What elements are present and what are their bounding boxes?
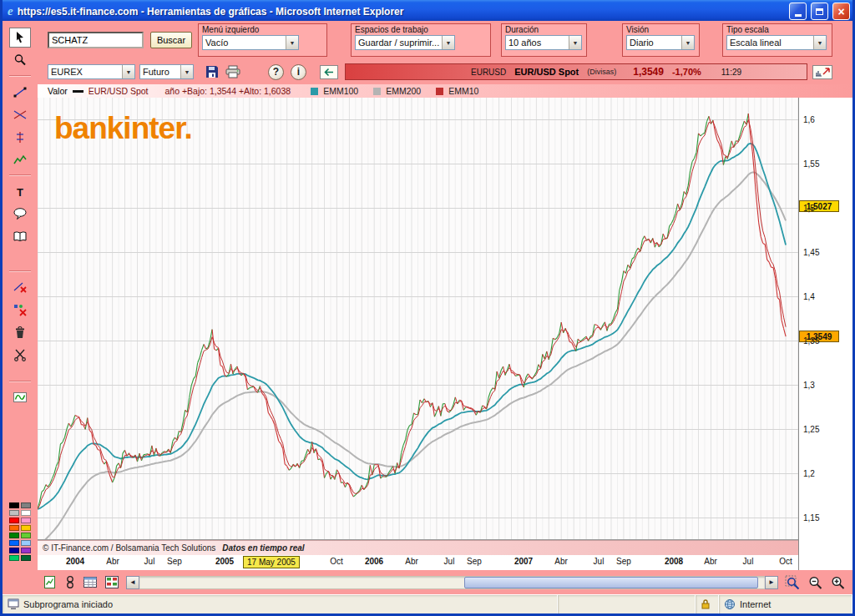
quote-time: 11:29 xyxy=(721,68,741,77)
workspaces-panel: Espacios de trabajo Guardar / suprimir..… xyxy=(351,23,491,57)
zoom-tool[interactable] xyxy=(9,50,31,70)
palette-swatch[interactable] xyxy=(21,518,31,523)
palette-swatch[interactable] xyxy=(9,502,19,508)
delete-objects-tool[interactable] xyxy=(9,300,31,320)
palette-swatch[interactable] xyxy=(9,510,19,516)
save-button[interactable] xyxy=(205,65,219,78)
indicator-tool[interactable] xyxy=(9,387,31,407)
scale-select[interactable]: Escala lineal ▼ xyxy=(726,35,827,50)
dropdown-arrow-icon[interactable]: ▼ xyxy=(122,65,134,78)
chart-area: bankinter. © IT-Finance.com / Bolsamania… xyxy=(38,98,852,570)
y-axis[interactable]: 1,5027 1,3549 1,61,551,51,451,41,351,31,… xyxy=(798,98,852,570)
chart-plot[interactable]: bankinter. xyxy=(38,98,798,540)
palette-swatch[interactable] xyxy=(9,525,19,531)
close-icon: × xyxy=(837,6,844,18)
view-panel: Visión Diario ▼ xyxy=(622,23,700,57)
zigzag-tool[interactable] xyxy=(9,149,31,169)
data-table-button[interactable] xyxy=(83,575,98,589)
search-input[interactable] xyxy=(48,32,144,48)
window-title: https://es5.it-finance.com - Herramienta… xyxy=(18,6,785,18)
close-button[interactable]: × xyxy=(832,3,850,20)
palette-swatch[interactable] xyxy=(9,555,19,561)
zoom-select-button[interactable] xyxy=(785,575,801,590)
y-axis-label: 1,2 xyxy=(803,469,815,478)
print-button[interactable] xyxy=(225,65,241,78)
legend-series-name: EUR/USD Spot xyxy=(89,86,149,96)
text-tool[interactable]: T xyxy=(9,181,31,201)
toolbar-row-2: EUREX ▼ Futuro ▼ ? i EURUSD EUR/USD Spot… xyxy=(38,59,852,84)
palette-swatch[interactable] xyxy=(9,540,19,546)
scroll-thumb[interactable] xyxy=(464,577,758,588)
dropdown-arrow-icon[interactable]: ▼ xyxy=(681,36,694,49)
palette-swatch[interactable] xyxy=(21,540,31,546)
back-button[interactable] xyxy=(320,65,338,79)
scroll-track[interactable] xyxy=(139,576,765,589)
new-chart-button[interactable] xyxy=(43,575,58,589)
dropdown-arrow-icon[interactable]: ▼ xyxy=(813,36,826,49)
menu-left-select[interactable]: Vacío ▼ xyxy=(202,35,299,50)
legend-emm10: EMM10 xyxy=(448,86,478,96)
price-chart[interactable] xyxy=(38,98,798,540)
vertical-line-tool[interactable] xyxy=(9,127,31,147)
popout-button[interactable] xyxy=(812,65,832,79)
view-select[interactable]: Diario ▼ xyxy=(626,35,695,50)
quote-board-button[interactable] xyxy=(104,575,119,589)
pointer-tool[interactable] xyxy=(9,28,31,48)
new-chart-icon xyxy=(43,575,58,589)
cut-tool[interactable] xyxy=(9,345,31,365)
zoom-in-button[interactable] xyxy=(830,575,846,590)
zone-cell: Internet xyxy=(719,595,852,613)
title-bar[interactable]: e https://es5.it-finance.com - Herramien… xyxy=(3,0,852,21)
trendline-tool[interactable] xyxy=(9,82,31,102)
dropdown-arrow-icon[interactable]: ▼ xyxy=(286,36,298,49)
toolbar-separator xyxy=(9,75,31,77)
delete-trendlines-tool[interactable] xyxy=(9,277,31,297)
quote-change: -1,70% xyxy=(672,67,701,77)
cross-lines-tool[interactable] xyxy=(9,104,31,124)
x-axis-label: Abr xyxy=(704,557,717,566)
palette-swatch[interactable] xyxy=(9,548,19,553)
instrument-select[interactable]: Futuro ▼ xyxy=(139,64,194,79)
dropdown-arrow-icon[interactable]: ▼ xyxy=(569,36,581,49)
minimize-icon xyxy=(795,14,802,17)
info-button[interactable]: i xyxy=(291,64,306,80)
zoom-out-button[interactable] xyxy=(807,575,823,590)
quote-symbol: EURUSD xyxy=(471,68,506,77)
minimize-button[interactable] xyxy=(789,3,807,20)
palette-swatch[interactable] xyxy=(21,548,31,553)
market-select[interactable]: EUREX ▼ xyxy=(48,64,135,79)
link-charts-button[interactable] xyxy=(64,575,76,589)
palette-swatch[interactable] xyxy=(21,510,31,516)
notes-tool[interactable] xyxy=(9,226,31,246)
workspaces-select[interactable]: Guardar / suprimir... ▼ xyxy=(355,35,455,50)
palette-swatch[interactable] xyxy=(9,533,19,538)
horizontal-scrollbar[interactable]: ◄ ► xyxy=(126,576,778,589)
callout-tool[interactable] xyxy=(9,204,31,224)
legend-emm100: EMM100 xyxy=(323,86,358,96)
zigzag-icon xyxy=(13,154,28,166)
palette-swatch[interactable] xyxy=(9,518,19,523)
palette-swatch[interactable] xyxy=(21,525,31,531)
x-axis-label: 2006 xyxy=(365,557,383,566)
help-button[interactable]: ? xyxy=(268,64,284,80)
palette-swatch[interactable] xyxy=(21,502,31,508)
applet-icon xyxy=(8,598,19,610)
restore-button[interactable] xyxy=(811,3,828,20)
pointer-icon xyxy=(13,31,27,44)
palette-swatch[interactable] xyxy=(21,533,31,538)
zoom-select-icon xyxy=(785,575,801,590)
view-label: Visión xyxy=(626,25,696,34)
scroll-right-button[interactable]: ► xyxy=(765,576,778,589)
dropdown-arrow-icon[interactable]: ▼ xyxy=(442,36,454,49)
scroll-left-button[interactable]: ◄ xyxy=(126,576,139,589)
y-axis-label: 1,35 xyxy=(803,336,819,346)
palette-swatch[interactable] xyxy=(21,555,31,561)
search-button[interactable]: Buscar xyxy=(150,32,192,48)
info-icon: i xyxy=(297,66,300,78)
dropdown-arrow-icon[interactable]: ▼ xyxy=(180,65,193,78)
instrument-value: Futuro xyxy=(140,67,180,77)
emm100-swatch xyxy=(311,88,318,95)
ie-window: e https://es5.it-finance.com - Herramien… xyxy=(0,0,855,616)
trash-tool[interactable] xyxy=(9,322,31,342)
duration-select[interactable]: 10 años ▼ xyxy=(505,35,582,50)
